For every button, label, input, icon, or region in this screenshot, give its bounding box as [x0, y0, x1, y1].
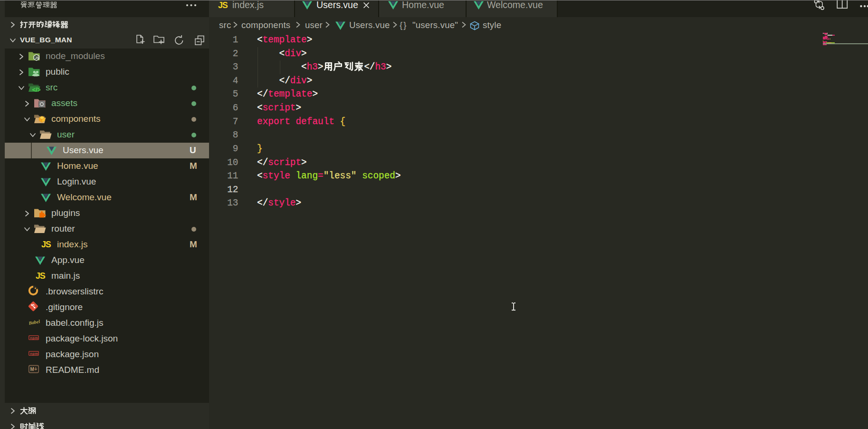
svg-text:npm: npm — [30, 351, 38, 356]
svg-text:M: M — [30, 367, 34, 372]
svg-text:Babel: Babel — [28, 319, 40, 326]
svg-text:npm: npm — [30, 336, 38, 340]
svg-text:JS: JS — [35, 56, 39, 59]
svg-text:</>: </> — [32, 86, 41, 93]
